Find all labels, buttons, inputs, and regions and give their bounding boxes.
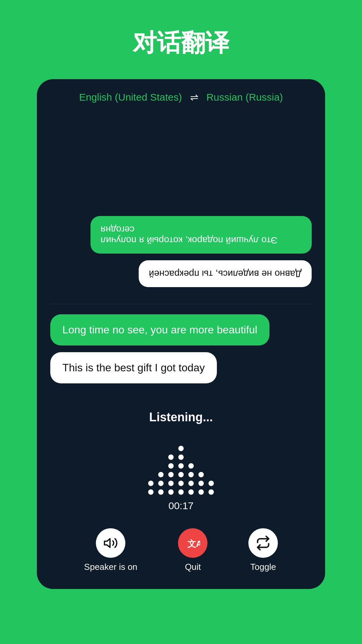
speaker-control: Speaker is on <box>84 528 137 572</box>
speaker-label: Speaker is on <box>84 562 137 572</box>
wave-dot <box>148 489 154 495</box>
target-language[interactable]: Russian (Russia) <box>206 92 283 103</box>
quit-control: 文A Quit <box>178 528 207 572</box>
wave-col-4 <box>178 446 184 495</box>
wave-dot <box>158 489 164 495</box>
toggle-icon <box>256 536 270 550</box>
wave-col-6 <box>198 472 204 495</box>
svg-text:文A: 文A <box>187 539 200 548</box>
wave-dot <box>208 489 214 495</box>
wave-dot <box>198 489 204 495</box>
wave-dot <box>188 489 194 495</box>
wave-dot <box>178 446 184 451</box>
chat-area: Давно не виделись, ты прекрасней Это луч… <box>37 112 325 304</box>
timer-display: 00:17 <box>168 500 193 512</box>
wave-dot <box>158 481 164 486</box>
translate-icon: 文A <box>185 536 200 550</box>
wave-dot <box>168 489 174 495</box>
listening-label: Listening... <box>149 410 213 424</box>
flipped-bubble-green: Это лучший подарок, который я получил се… <box>90 216 312 254</box>
wave-dot <box>178 489 184 495</box>
wave-dot <box>168 454 174 460</box>
toggle-button[interactable] <box>248 528 278 558</box>
wave-dot <box>178 463 184 469</box>
flipped-chat-section: Давно не виделись, ты прекрасней Это луч… <box>50 119 312 297</box>
wave-dot <box>168 463 174 469</box>
wave-dot <box>198 472 204 477</box>
wave-col-7 <box>208 481 214 495</box>
wave-dot <box>178 481 184 486</box>
wave-col-5 <box>188 463 194 495</box>
quit-label: Quit <box>185 562 201 572</box>
quit-button[interactable]: 文A <box>178 528 207 558</box>
app-card: English (United States) ⇌ Russian (Russi… <box>37 79 325 589</box>
page-title: 对话翻译 <box>133 27 229 59</box>
speaker-icon <box>103 536 118 550</box>
wave-dot <box>168 481 174 486</box>
swap-icon[interactable]: ⇌ <box>190 91 198 103</box>
bottom-controls: Speaker is on 文A Quit Toggle <box>37 522 325 589</box>
wave-dot <box>208 481 214 486</box>
wave-dot <box>198 481 204 486</box>
bubble-white-best-gift: This is the best gift I got today <box>50 352 217 383</box>
wave-dot <box>188 463 194 469</box>
listening-section: Listening... <box>37 383 325 522</box>
wave-dot <box>168 472 174 477</box>
toggle-control: Toggle <box>248 528 278 572</box>
wave-dot <box>178 472 184 477</box>
wave-dot <box>148 481 154 486</box>
wave-dot <box>158 472 164 477</box>
wave-dot <box>178 454 184 460</box>
normal-chat-section: Long time no see, you are more beautiful… <box>37 304 325 383</box>
bubble-green-long-time: Long time no see, you are more beautiful <box>50 314 269 345</box>
wave-dot <box>188 472 194 477</box>
wave-col-1 <box>148 481 154 495</box>
toggle-label: Toggle <box>250 562 276 572</box>
speaker-button[interactable] <box>96 528 125 558</box>
waveform-visualization <box>148 434 214 495</box>
wave-dot <box>188 481 194 486</box>
language-bar: English (United States) ⇌ Russian (Russi… <box>37 79 325 112</box>
source-language[interactable]: English (United States) <box>79 92 182 103</box>
wave-col-2 <box>158 472 164 495</box>
wave-col-3 <box>168 454 174 495</box>
svg-marker-0 <box>105 539 110 547</box>
flipped-bubble-white: Давно не виделись, ты прекрасней <box>139 260 312 287</box>
